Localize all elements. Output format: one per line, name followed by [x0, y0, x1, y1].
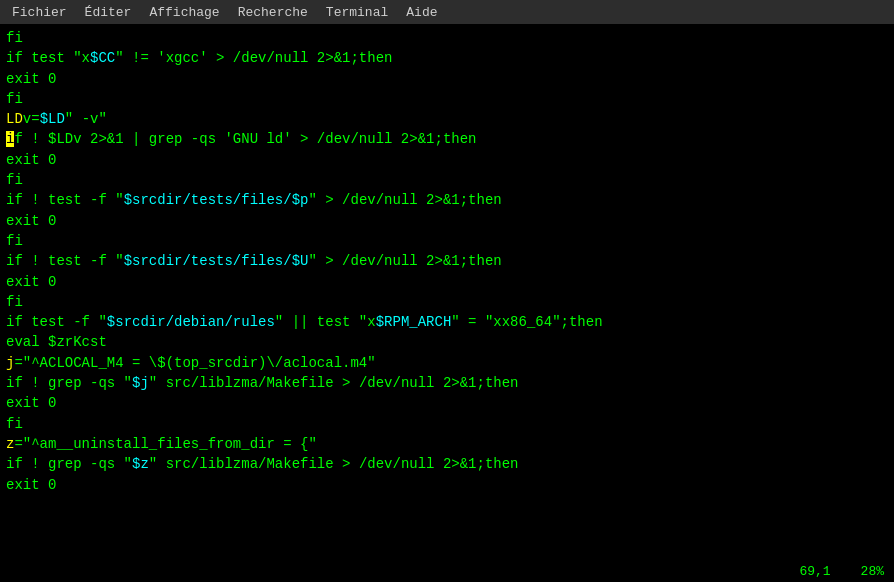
line-part: fi: [6, 416, 23, 432]
terminal-line: if ! grep -qs "$j" src/liblzma/Makefile …: [6, 373, 888, 393]
line-part: " || test "x: [275, 314, 376, 330]
terminal-line: eval $zrKcst: [6, 332, 888, 352]
terminal-line: z="^am__uninstall_files_from_dir = {": [6, 434, 888, 454]
line-part: if ! grep -qs ": [6, 456, 132, 472]
line-part: $srcdir/tests/files/$U: [124, 253, 309, 269]
scroll-percent: 28%: [861, 564, 884, 579]
terminal-line: exit 0: [6, 393, 888, 413]
line-part: " src/liblzma/Makefile > /dev/null 2>&1;…: [149, 456, 519, 472]
terminal-content: fiif test "x$CC" != 'xgcc' > /dev/null 2…: [0, 24, 894, 560]
menu-item-aide[interactable]: Aide: [398, 3, 445, 22]
line-part: exit 0: [6, 395, 56, 411]
cursor-position: 69,1: [799, 564, 830, 579]
terminal-line: exit 0: [6, 475, 888, 495]
line-part: " -v": [65, 111, 107, 127]
line-part: if test "x: [6, 50, 90, 66]
line-part: eval $zrKcst: [6, 334, 107, 350]
terminal-line: if ! $LDv 2>&1 | grep -qs 'GNU ld' > /de…: [6, 129, 888, 149]
terminal-line: fi: [6, 28, 888, 48]
line-part: if test -f ": [6, 314, 107, 330]
terminal-line: j="^ACLOCAL_M4 = \$(top_srcdir)\/aclocal…: [6, 353, 888, 373]
terminal-line: exit 0: [6, 150, 888, 170]
line-part: LD: [6, 111, 23, 127]
line-part: $srcdir/debian/rules: [107, 314, 275, 330]
terminal-line: exit 0: [6, 211, 888, 231]
line-part: if ! test -f ": [6, 192, 124, 208]
menu-item-éditer[interactable]: Éditer: [77, 3, 140, 22]
terminal-line: if ! test -f "$srcdir/tests/files/$U" > …: [6, 251, 888, 271]
terminal-line: fi: [6, 414, 888, 434]
menu-item-recherche[interactable]: Recherche: [230, 3, 316, 22]
terminal-line: LDv=$LD" -v": [6, 109, 888, 129]
line-part: exit 0: [6, 152, 56, 168]
line-part: ="^am__uninstall_files_from_dir = {": [14, 436, 316, 452]
line-part: exit 0: [6, 477, 56, 493]
menu-item-affichage[interactable]: Affichage: [141, 3, 227, 22]
terminal-line: if test "x$CC" != 'xgcc' > /dev/null 2>&…: [6, 48, 888, 68]
line-part: $RPM_ARCH: [376, 314, 452, 330]
menu-item-terminal[interactable]: Terminal: [318, 3, 396, 22]
terminal-line: exit 0: [6, 272, 888, 292]
line-part: if ! grep -qs ": [6, 375, 132, 391]
statusbar: 69,1 28%: [0, 560, 894, 582]
terminal-line: if ! test -f "$srcdir/tests/files/$p" > …: [6, 190, 888, 210]
line-part: exit 0: [6, 71, 56, 87]
terminal-line: if ! grep -qs "$z" src/liblzma/Makefile …: [6, 454, 888, 474]
line-part: " > /dev/null 2>&1;then: [308, 253, 501, 269]
menu-item-fichier[interactable]: Fichier: [4, 3, 75, 22]
line-part: " != 'xgcc' > /dev/null 2>&1;then: [115, 50, 392, 66]
line-part: $z: [132, 456, 149, 472]
terminal-line: exit 0: [6, 69, 888, 89]
line-part: $LD: [40, 111, 65, 127]
line-part: if ! test -f ": [6, 253, 124, 269]
line-part: " > /dev/null 2>&1;then: [308, 192, 501, 208]
line-part: " src/liblzma/Makefile > /dev/null 2>&1;…: [149, 375, 519, 391]
line-part: $CC: [90, 50, 115, 66]
line-part: f ! $LDv 2>&1 | grep -qs 'GNU ld' > /dev…: [14, 131, 476, 147]
terminal-line: fi: [6, 170, 888, 190]
line-part: fi: [6, 233, 23, 249]
line-part: fi: [6, 91, 23, 107]
line-part: fi: [6, 294, 23, 310]
terminal-line: fi: [6, 292, 888, 312]
terminal-line: fi: [6, 231, 888, 251]
line-part: exit 0: [6, 274, 56, 290]
line-part: ="^ACLOCAL_M4 = \$(top_srcdir)\/aclocal.…: [14, 355, 375, 371]
line-part: fi: [6, 172, 23, 188]
line-part: fi: [6, 30, 23, 46]
terminal-line: if test -f "$srcdir/debian/rules" || tes…: [6, 312, 888, 332]
line-part: exit 0: [6, 213, 56, 229]
line-part: " = "xx86_64";then: [451, 314, 602, 330]
line-part: $srcdir/tests/files/$p: [124, 192, 309, 208]
menubar: FichierÉditerAffichageRechercheTerminalA…: [0, 0, 894, 24]
terminal-line: fi: [6, 89, 888, 109]
line-part: v=: [23, 111, 40, 127]
line-part: $j: [132, 375, 149, 391]
